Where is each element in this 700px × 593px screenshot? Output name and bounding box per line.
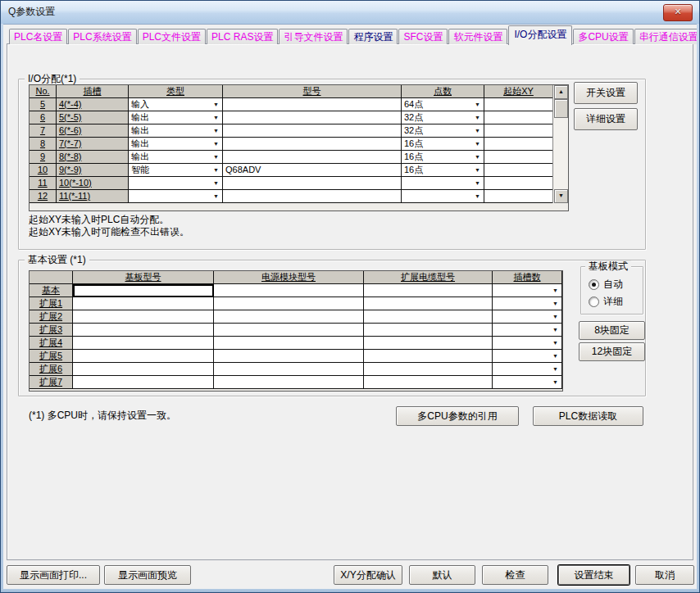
base-cable-model-input[interactable] xyxy=(364,284,493,297)
dropdown-arrow-icon[interactable]: ▼ xyxy=(211,112,221,123)
tab-plc-system[interactable]: PLC系统设置 xyxy=(68,29,136,44)
base-cable-model-input[interactable] xyxy=(364,324,493,337)
dropdown-arrow-icon[interactable]: ▼ xyxy=(472,165,483,175)
dropdown-arrow-icon[interactable]: ▼ xyxy=(550,311,561,322)
io-model-input[interactable] xyxy=(223,111,402,124)
base-cable-model-input[interactable] xyxy=(364,310,493,324)
io-model-input[interactable] xyxy=(223,151,402,164)
io-xy-input[interactable] xyxy=(484,111,553,124)
dropdown-arrow-icon[interactable]: ▼ xyxy=(550,337,561,348)
fix-12-slots-button[interactable]: 12块固定 xyxy=(579,342,645,361)
io-type-select[interactable]: 输出▼ xyxy=(129,138,223,151)
base-board-model-input[interactable] xyxy=(73,297,214,310)
cancel-button[interactable]: 取消 xyxy=(635,565,694,585)
setting-end-button[interactable]: 设置结束 xyxy=(558,565,630,585)
base-mode-detail-radio[interactable]: 详细 xyxy=(589,295,623,309)
io-points-select[interactable]: 64点▼ xyxy=(402,98,484,111)
base-power-model-input[interactable] xyxy=(214,324,364,337)
io-table-scrollbar[interactable]: ▲ ▼ xyxy=(552,85,568,203)
base-slots-select[interactable]: ▼ xyxy=(493,310,562,324)
io-points-select[interactable]: 32点▼ xyxy=(402,111,484,124)
scroll-up-button[interactable]: ▲ xyxy=(554,85,568,99)
base-slots-select[interactable]: ▼ xyxy=(493,284,562,297)
io-xy-input[interactable] xyxy=(484,98,553,111)
dropdown-arrow-icon[interactable]: ▼ xyxy=(472,99,483,110)
base-cable-model-input[interactable] xyxy=(364,297,493,310)
base-board-model-input[interactable] xyxy=(73,284,214,297)
base-board-model-input[interactable] xyxy=(73,337,214,350)
scrollbar-thumb[interactable] xyxy=(554,99,568,118)
io-xy-input[interactable] xyxy=(484,124,553,138)
dropdown-arrow-icon[interactable]: ▼ xyxy=(211,99,221,110)
base-cable-model-input[interactable] xyxy=(364,363,493,376)
dropdown-arrow-icon[interactable]: ▼ xyxy=(472,178,483,188)
base-power-model-input[interactable] xyxy=(214,297,364,310)
base-slots-select[interactable]: ▼ xyxy=(493,363,562,376)
dropdown-arrow-icon[interactable]: ▼ xyxy=(211,178,221,188)
dropdown-arrow-icon[interactable]: ▼ xyxy=(472,152,483,162)
io-points-select[interactable]: ▼ xyxy=(402,190,484,203)
dropdown-arrow-icon[interactable]: ▼ xyxy=(550,377,561,387)
base-board-model-input[interactable] xyxy=(73,324,214,337)
io-points-select[interactable]: ▼ xyxy=(402,177,484,190)
io-points-select[interactable]: 16点▼ xyxy=(402,164,484,177)
base-slots-select[interactable]: ▼ xyxy=(493,337,562,350)
base-power-model-input[interactable] xyxy=(214,337,364,350)
dropdown-arrow-icon[interactable]: ▼ xyxy=(550,351,561,361)
io-xy-input[interactable] xyxy=(484,151,553,164)
base-board-model-input[interactable] xyxy=(73,363,214,376)
base-board-model-input[interactable] xyxy=(73,310,214,324)
dropdown-arrow-icon[interactable]: ▼ xyxy=(472,191,483,201)
io-type-select[interactable]: 智能▼ xyxy=(129,164,223,177)
io-model-input[interactable] xyxy=(223,177,402,190)
io-model-input[interactable] xyxy=(223,190,402,203)
base-board-model-input[interactable] xyxy=(73,376,214,389)
dropdown-arrow-icon[interactable]: ▼ xyxy=(211,165,221,175)
xy-confirm-button[interactable]: X/Y分配确认 xyxy=(334,565,402,585)
dropdown-arrow-icon[interactable]: ▼ xyxy=(472,112,483,123)
print-screen-button[interactable]: 显示画面打印... xyxy=(7,565,100,585)
tab-multi-cpu[interactable]: 多CPU设置 xyxy=(573,29,633,44)
io-model-input[interactable]: Q68ADV xyxy=(223,164,402,177)
fix-8-slots-button[interactable]: 8块固定 xyxy=(579,321,645,340)
io-xy-input[interactable] xyxy=(484,190,553,203)
switch-settings-button[interactable]: 开关设置 xyxy=(574,82,638,104)
io-xy-input[interactable] xyxy=(484,177,553,190)
base-slots-select[interactable]: ▼ xyxy=(493,297,562,310)
preview-screen-button[interactable]: 显示画面预览 xyxy=(104,565,191,585)
io-xy-input[interactable] xyxy=(484,164,553,177)
dropdown-arrow-icon[interactable]: ▼ xyxy=(550,285,561,296)
dropdown-arrow-icon[interactable]: ▼ xyxy=(550,298,561,309)
dropdown-arrow-icon[interactable]: ▼ xyxy=(211,125,221,136)
io-type-select[interactable]: 输出▼ xyxy=(129,151,223,164)
base-power-model-input[interactable] xyxy=(214,350,364,363)
tab-plc-name[interactable]: PLC名设置 xyxy=(9,29,67,44)
check-button[interactable]: 检查 xyxy=(482,565,548,585)
base-cable-model-input[interactable] xyxy=(364,376,493,389)
base-cable-model-input[interactable] xyxy=(364,350,493,363)
base-power-model-input[interactable] xyxy=(214,310,364,324)
detail-settings-button[interactable]: 详细设置 xyxy=(574,108,638,130)
dropdown-arrow-icon[interactable]: ▼ xyxy=(550,324,561,335)
default-button[interactable]: 默认 xyxy=(409,565,475,585)
dropdown-arrow-icon[interactable]: ▼ xyxy=(550,364,561,374)
base-power-model-input[interactable] xyxy=(214,284,364,297)
base-power-model-input[interactable] xyxy=(214,363,364,376)
io-points-select[interactable]: 32点▼ xyxy=(402,124,484,138)
base-power-model-input[interactable] xyxy=(214,376,364,389)
tab-device[interactable]: 软元件设置 xyxy=(448,29,507,44)
io-points-select[interactable]: 16点▼ xyxy=(402,138,484,151)
dropdown-arrow-icon[interactable]: ▼ xyxy=(472,125,483,136)
io-type-select[interactable]: ▼ xyxy=(129,177,223,190)
tab-program[interactable]: 程序设置 xyxy=(348,29,398,44)
io-type-select[interactable]: ▼ xyxy=(129,190,223,203)
tab-plc-ras[interactable]: PLC RAS设置 xyxy=(207,29,278,44)
base-slots-select[interactable]: ▼ xyxy=(493,324,562,337)
base-board-model-input[interactable] xyxy=(73,350,214,363)
io-points-select[interactable]: 16点▼ xyxy=(402,151,484,164)
io-model-input[interactable] xyxy=(223,98,402,111)
close-button[interactable]: ✕ xyxy=(663,4,693,21)
scroll-down-button[interactable]: ▼ xyxy=(554,189,568,203)
dropdown-arrow-icon[interactable]: ▼ xyxy=(211,152,221,162)
multi-cpu-param-button[interactable]: 多CPU参数的引用 xyxy=(396,406,519,426)
